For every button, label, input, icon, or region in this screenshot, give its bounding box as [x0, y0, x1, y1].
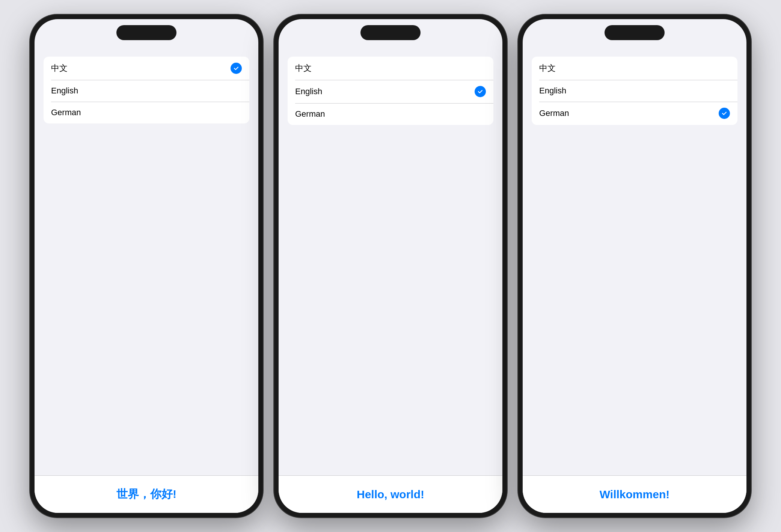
phones-container: 中文 EnglishGerman世界，你好!中文English GermanHe…	[30, 15, 751, 517]
language-item[interactable]: German	[532, 102, 737, 125]
language-item[interactable]: 中文	[44, 57, 249, 80]
greeting-bar: Hello, world!	[279, 475, 502, 513]
spacer	[35, 123, 258, 513]
greeting-bar: Willkommen!	[523, 475, 746, 513]
language-label: German	[539, 108, 569, 118]
language-label: 中文	[539, 63, 556, 74]
language-item[interactable]: English	[288, 80, 493, 103]
phone-screen: 中文English GermanHello, world!	[279, 19, 502, 513]
phone-1: 中文English GermanHello, world!	[274, 15, 507, 517]
spacer	[523, 125, 746, 513]
language-label: German	[295, 109, 325, 119]
language-label: 中文	[51, 63, 68, 74]
language-item[interactable]: German	[44, 102, 249, 123]
language-label: 中文	[295, 63, 312, 74]
screen-content: 中文EnglishGerman	[523, 19, 746, 513]
dynamic-island	[605, 25, 665, 40]
language-list: 中文English German	[288, 57, 493, 125]
language-list: 中文EnglishGerman	[532, 57, 737, 125]
language-label: German	[51, 108, 81, 117]
spacer	[279, 125, 502, 513]
phone-screen: 中文 EnglishGerman世界，你好!	[35, 19, 258, 513]
dynamic-island	[116, 25, 176, 40]
language-item[interactable]: 中文	[532, 57, 737, 80]
language-list: 中文 EnglishGerman	[44, 57, 249, 123]
language-item[interactable]: 中文	[288, 57, 493, 80]
phone-screen: 中文EnglishGerman Willkommen!	[523, 19, 746, 513]
greeting-text: 世界，你好!	[116, 487, 176, 502]
screen-content: 中文 EnglishGerman	[35, 19, 258, 513]
checkmark-icon	[475, 86, 486, 97]
phone-2: 中文EnglishGerman Willkommen!	[518, 15, 751, 517]
language-item[interactable]: German	[288, 103, 493, 125]
screen-content: 中文English German	[279, 19, 502, 513]
language-label: English	[295, 87, 322, 96]
language-item[interactable]: English	[44, 80, 249, 102]
phone-0: 中文 EnglishGerman世界，你好!	[30, 15, 263, 517]
language-item[interactable]: English	[532, 80, 737, 102]
greeting-text: Hello, world!	[357, 488, 424, 501]
language-label: English	[539, 86, 566, 96]
checkmark-icon	[231, 63, 242, 74]
greeting-text: Willkommen!	[600, 488, 669, 501]
checkmark-icon	[719, 108, 730, 119]
language-label: English	[51, 86, 78, 96]
dynamic-island	[360, 25, 421, 40]
greeting-bar: 世界，你好!	[35, 475, 258, 513]
